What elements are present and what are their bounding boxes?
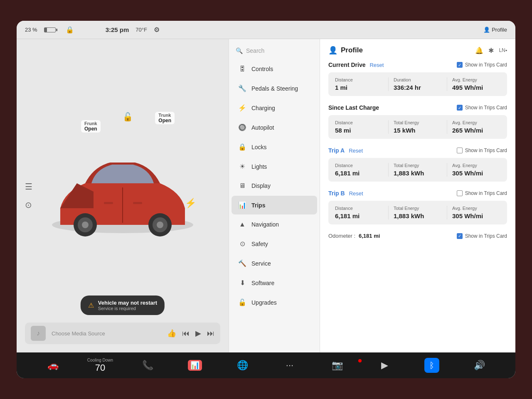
frunk-title: Frunk [84, 121, 97, 126]
locks-label: Locks [251, 144, 267, 150]
taskbar-globe[interactable]: 🌐 [219, 360, 266, 371]
like-icon[interactable]: 👍 [167, 329, 176, 338]
menu-item-charging[interactable]: ⚡ Charging [232, 99, 317, 117]
current-drive-duration-label: Duration [394, 77, 442, 82]
menu-item-service[interactable]: 🔨 Service [232, 254, 317, 273]
profile-button[interactable]: 👤 Profile [483, 27, 507, 33]
frunk-status: Open [84, 126, 97, 132]
trunk-title: Trunk [158, 113, 171, 118]
controls-label: Controls [251, 66, 273, 72]
bluetooth-header-icon[interactable]: ✱ [488, 47, 494, 54]
search-label: Search [246, 47, 264, 54]
menu-item-controls[interactable]: 🎛 Controls [232, 60, 317, 78]
more-taskbar-icon: ··· [286, 360, 293, 371]
menu-icon[interactable]: ☰ [25, 182, 32, 192]
taskbar-camera[interactable]: 📷 [313, 360, 361, 371]
trip-a-distance-label: Distance [335, 163, 383, 168]
current-drive-show-trips[interactable]: ✓ Show in Trips Card [457, 62, 507, 68]
media-bar: ♪ Choose Media Source 👍 ⏮ ▶ ⏭ [25, 323, 220, 344]
taskbar-more[interactable]: ··· [266, 360, 313, 371]
current-drive-header: Current Drive Reset ✓ Show in Trips Card [328, 62, 507, 68]
trip-a-total-energy-value: 1,883 kWh [394, 170, 442, 177]
prev-icon[interactable]: ⏮ [182, 329, 190, 338]
since-last-charge-show-trips[interactable]: ✓ Show in Trips Card [457, 105, 507, 111]
status-time: 3:25 pm [106, 26, 129, 33]
taskbar-phone[interactable]: 📞 [124, 360, 171, 371]
trip-b-distance-label: Distance [335, 206, 383, 211]
tire-icon[interactable]: ⊙ [25, 200, 32, 210]
taskbar-car[interactable]: 🚗 [29, 360, 76, 371]
trip-b-distance-value: 6,181 mi [335, 212, 383, 219]
since-last-charge-checkbox[interactable]: ✓ [457, 105, 463, 111]
current-drive-stats: Distance 1 mi Duration 336:24 hr Avg. En… [328, 72, 507, 96]
trip-a-header: Trip A Reset Show in Trips Card [328, 147, 507, 154]
globe-taskbar-icon: 🌐 [237, 360, 248, 371]
profile-panel: 👤 Profile 🔔 ✱ LN▪ Current Drive Reset ✓ … [320, 39, 515, 352]
play-taskbar-icon: ▶ [381, 360, 388, 371]
taskbar-audio[interactable]: 📊 [171, 360, 219, 371]
trip-b-reset[interactable]: Reset [349, 190, 363, 197]
since-charge-total-energy: Total Energy 15 kWh [394, 120, 442, 134]
safety-icon: ⊙ [238, 240, 246, 248]
menu-item-lights[interactable]: ☀ Lights [232, 157, 317, 176]
trip-a-show-label: Show in Trips Card [465, 148, 507, 153]
trunk-label: Trunk Open [155, 112, 175, 124]
menu-item-display[interactable]: 🖥 Display [232, 177, 317, 195]
menu-item-pedals[interactable]: 🔧 Pedals & Steering [232, 79, 317, 98]
trips-label: Trips [251, 202, 265, 209]
menu-item-locks[interactable]: 🔒 Locks [232, 138, 317, 156]
bell-icon[interactable]: 🔔 [475, 47, 483, 54]
menu-item-safety[interactable]: ⊙ Safety [232, 234, 317, 253]
since-charge-distance-value: 58 mi [335, 127, 383, 134]
odometer-checkbox[interactable]: ✓ [457, 233, 463, 239]
since-charge-distance: Distance 58 mi [335, 120, 383, 134]
taskbar-bluetooth[interactable]: ᛒ [408, 358, 456, 373]
menu-item-software[interactable]: ⬇ Software [232, 273, 317, 292]
play-icon[interactable]: ▶ [195, 329, 201, 338]
taskbar-volume[interactable]: 🔊 [456, 360, 503, 371]
trip-a-checkbox[interactable] [457, 148, 463, 153]
svg-rect-10 [133, 202, 142, 204]
alert-sub: Service is required [98, 306, 157, 311]
odometer-show-trips[interactable]: ✓ Show in Trips Card [457, 233, 507, 239]
alert-main: Vehicle may not restart [98, 300, 157, 306]
current-drive-show-label: Show in Trips Card [465, 62, 507, 68]
controls-icon: 🎛 [238, 65, 246, 73]
current-drive-reset[interactable]: Reset [369, 62, 384, 68]
odometer-value: 6,181 mi [359, 233, 380, 239]
menu-item-autopilot[interactable]: 🔘 Autopilot [232, 118, 317, 137]
taskbar-play[interactable]: ▶ [361, 360, 408, 371]
menu-item-upgrades[interactable]: 🔓 Upgrades [232, 293, 317, 312]
trip-a-reset[interactable]: Reset [349, 148, 363, 154]
trip-a-energy: Avg. Energy 305 Wh/mi [452, 163, 500, 177]
trip-b-energy-value: 305 Wh/mi [452, 212, 500, 219]
svg-text:⚡: ⚡ [185, 197, 197, 209]
odometer-row: Odometer : 6,181 mi ✓ Show in Trips Card [328, 233, 507, 239]
taskbar-temp[interactable]: Cooling Down 70 [76, 358, 124, 373]
frunk-label: Frunk Open [81, 120, 101, 133]
software-icon: ⬇ [238, 279, 246, 287]
car-panel: ☰ ⊙ Frunk Open Trunk Open 🔓 [17, 39, 229, 352]
trip-b-header: Trip B Reset Show in Trips Card [328, 190, 507, 197]
since-last-charge-header: Since Last Charge ✓ Show in Trips Card [328, 104, 507, 111]
trip-b-show-trips[interactable]: Show in Trips Card [457, 190, 507, 196]
trip-b-energy-label: Avg. Energy [452, 206, 500, 211]
trunk-status: Open [158, 118, 171, 123]
search-item[interactable]: 🔍 Search [229, 42, 320, 59]
trip-b-checkbox[interactable] [457, 190, 463, 196]
menu-item-navigation[interactable]: ▲ Navigation [232, 215, 317, 234]
temp-value: 70 [95, 362, 105, 373]
alert-icon: ⚠ [88, 301, 94, 309]
trip-a-show-trips[interactable]: Show in Trips Card [457, 148, 507, 153]
next-icon[interactable]: ⏭ [207, 329, 214, 338]
menu-item-trips[interactable]: 📊 Trips [232, 196, 317, 214]
screen: 23 % 🔒 3:25 pm 70°F ⚙ 👤 Profile ☰ ⊙ Frun… [17, 21, 515, 378]
since-charge-distance-label: Distance [335, 120, 383, 125]
locks-icon: 🔒 [238, 143, 246, 151]
cooling-label: Cooling Down [87, 358, 113, 362]
since-charge-total-energy-label: Total Energy [394, 120, 442, 125]
since-charge-total-energy-value: 15 kWh [394, 127, 442, 134]
trip-a-total-energy-label: Total Energy [394, 163, 442, 168]
current-drive-checkbox[interactable]: ✓ [457, 62, 463, 68]
svg-point-3 [82, 222, 89, 228]
